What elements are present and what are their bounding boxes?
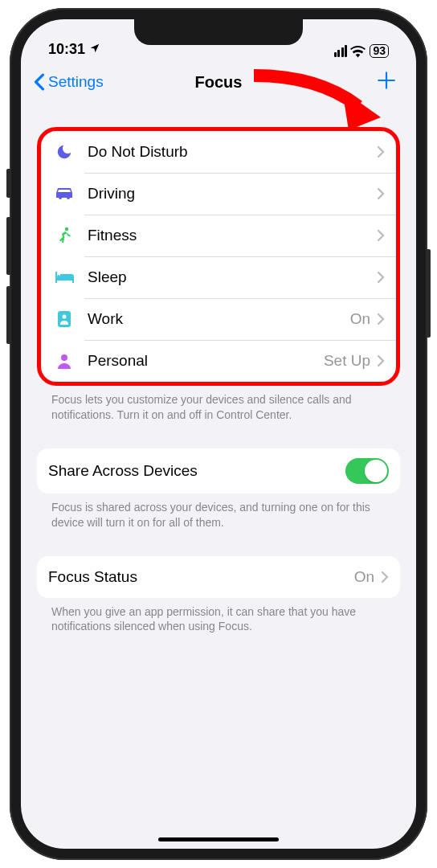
row-label: Do Not Disturb	[88, 143, 370, 161]
status-time: 10:31	[48, 41, 85, 58]
page-title: Focus	[195, 73, 243, 92]
volume-down	[6, 286, 11, 344]
battery-indicator: 93	[370, 44, 389, 58]
plus-icon	[376, 70, 397, 91]
moon-icon	[52, 143, 76, 161]
chevron-right-icon	[381, 571, 389, 583]
screen: 10:31 93 Settings Focus	[21, 19, 416, 849]
share-label: Share Across Devices	[48, 462, 345, 480]
row-detail: Set Up	[324, 352, 370, 370]
add-button[interactable]	[376, 69, 397, 95]
notch	[134, 19, 303, 45]
share-across-devices-row: Share Across Devices	[37, 448, 400, 493]
svg-point-1	[65, 227, 68, 231]
content: Do Not Disturb Driving Fitne	[21, 104, 416, 634]
cellular-icon	[334, 45, 348, 57]
focus-row-driving[interactable]: Driving	[41, 173, 396, 215]
car-icon	[52, 186, 76, 201]
focus-row-work[interactable]: Work On	[41, 298, 396, 340]
focus-status-group: Focus Status On	[37, 556, 400, 598]
chevron-right-icon	[377, 313, 385, 326]
share-footer: Focus is shared across your devices, and…	[37, 493, 400, 530]
chevron-right-icon	[377, 187, 385, 200]
phone-frame: 10:31 93 Settings Focus	[10, 8, 427, 860]
home-indicator[interactable]	[158, 837, 279, 841]
row-label: Driving	[88, 185, 370, 203]
svg-point-3	[63, 315, 67, 319]
share-toggle[interactable]	[345, 458, 389, 484]
back-label: Settings	[48, 73, 104, 91]
row-label: Work	[88, 310, 350, 328]
chevron-right-icon	[377, 354, 385, 367]
wifi-icon	[350, 45, 366, 58]
side-button	[426, 249, 431, 338]
focus-status-detail: On	[354, 568, 374, 586]
chevron-left-icon	[34, 73, 45, 91]
row-label: Personal	[88, 352, 324, 370]
mute-switch	[6, 169, 11, 198]
chevron-right-icon	[377, 271, 385, 284]
svg-point-4	[61, 354, 67, 361]
focus-list-footer: Focus lets you customize your devices an…	[37, 386, 400, 423]
focus-status-label: Focus Status	[48, 568, 354, 586]
volume-up	[6, 217, 11, 275]
row-detail: On	[350, 310, 370, 328]
location-icon	[89, 41, 100, 58]
focus-row-personal[interactable]: Personal Set Up	[41, 340, 396, 382]
row-label: Fitness	[88, 227, 370, 244]
focus-row-fitness[interactable]: Fitness	[41, 215, 396, 256]
back-button[interactable]: Settings	[34, 73, 104, 91]
runner-icon	[52, 227, 76, 244]
badge-icon	[52, 310, 76, 328]
chevron-right-icon	[377, 145, 385, 158]
focus-status-row[interactable]: Focus Status On	[37, 556, 400, 598]
focus-row-sleep[interactable]: Sleep	[41, 256, 396, 298]
bed-icon	[52, 271, 76, 284]
row-label: Sleep	[88, 268, 370, 286]
nav-bar: Settings Focus	[21, 59, 416, 104]
focus-list-group: Do Not Disturb Driving Fitne	[37, 127, 400, 386]
share-group: Share Across Devices	[37, 448, 400, 493]
focus-status-footer: When you give an app permission, it can …	[37, 598, 400, 635]
person-icon	[52, 353, 76, 369]
chevron-right-icon	[377, 229, 385, 242]
focus-row-do-not-disturb[interactable]: Do Not Disturb	[41, 131, 396, 173]
